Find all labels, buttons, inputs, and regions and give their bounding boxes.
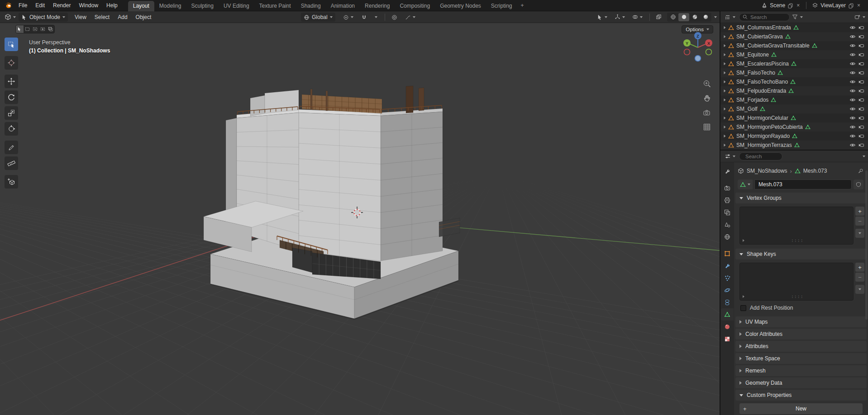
pan-hand-icon[interactable] [701, 93, 712, 104]
tab-world[interactable] [721, 231, 734, 243]
camera-visibility-icon[interactable] [858, 42, 864, 49]
outliner-row[interactable]: SM_FelpudoEntrada [720, 86, 868, 95]
hide-eye-icon[interactable] [849, 133, 856, 139]
hide-eye-icon[interactable] [849, 24, 856, 31]
properties-editor-type-button[interactable] [723, 153, 737, 160]
expand-icon[interactable] [724, 26, 726, 29]
object-name[interactable]: SM_FalsoTecho [736, 70, 775, 76]
axis-x-neg-ball[interactable] [684, 49, 690, 55]
tab-scene[interactable] [721, 218, 734, 231]
object-name[interactable]: SM_Golf [736, 106, 758, 112]
outliner-row[interactable]: SM_HormigonTerrazas [720, 141, 868, 150]
tab-physics[interactable] [721, 284, 734, 296]
expand-icon[interactable] [724, 108, 726, 110]
tab-view-layer[interactable] [721, 206, 734, 218]
tab-material[interactable] [721, 321, 734, 333]
expand-icon[interactable] [724, 99, 726, 101]
shading-rendered-button[interactable] [700, 13, 711, 21]
expand-icon[interactable] [724, 62, 726, 65]
camera-visibility-icon[interactable] [858, 142, 864, 148]
selectability-visibility-dropdown[interactable] [595, 13, 609, 22]
hide-eye-icon[interactable] [849, 61, 856, 67]
object-name[interactable]: SM_Forjados [736, 97, 768, 103]
camera-view-icon[interactable] [701, 107, 712, 118]
camera-visibility-icon[interactable] [858, 124, 864, 130]
scale-tool[interactable] [5, 106, 18, 120]
scene-selector[interactable]: Scene × [759, 2, 803, 9]
expand-icon[interactable] [724, 117, 726, 119]
tab-object[interactable] [721, 247, 734, 259]
filter-options-chevron-icon[interactable] [800, 16, 803, 18]
hide-eye-icon[interactable] [849, 124, 856, 130]
outliner-row[interactable]: SM_FalsoTecho [720, 68, 868, 77]
expand-icon[interactable] [724, 144, 726, 146]
shape-key-specials-button[interactable] [855, 285, 864, 294]
outliner-search-input[interactable] [749, 14, 786, 20]
expand-icon[interactable] [724, 53, 726, 56]
tab-output[interactable] [721, 194, 734, 206]
proportional-falloff-dropdown[interactable] [403, 13, 417, 22]
hide-eye-icon[interactable] [849, 115, 856, 121]
viewport-editor-type-button[interactable] [3, 13, 18, 22]
outliner-row[interactable]: SM_Forjados [720, 95, 868, 104]
transform-tool[interactable] [5, 122, 18, 136]
measure-tool[interactable] [5, 156, 18, 170]
snap-toggle[interactable] [359, 13, 369, 22]
app-menu-item[interactable]: File [14, 0, 31, 11]
axis-z-neg-ball[interactable] [695, 56, 701, 61]
camera-visibility-icon[interactable] [858, 24, 864, 31]
unlink-scene-icon[interactable]: × [796, 2, 801, 9]
hide-eye-icon[interactable] [849, 52, 856, 58]
new-custom-property-button[interactable]: + New [739, 403, 863, 414]
outliner-editor-type-button[interactable] [723, 14, 737, 20]
object-name[interactable]: SM_HormigonRayado [736, 133, 790, 139]
workspace-tab[interactable]: Modeling [154, 1, 186, 11]
hide-eye-icon[interactable] [849, 33, 856, 40]
expand-icon[interactable] [724, 126, 726, 128]
workspace-tab[interactable]: Sculpting [186, 1, 219, 11]
custom-properties-panel-header[interactable]: Custom Properties [735, 390, 867, 401]
snap-settings-dropdown[interactable] [373, 13, 379, 22]
tab-object-data[interactable] [721, 308, 734, 321]
tab-constraints[interactable] [721, 296, 734, 308]
pin-icon[interactable] [858, 168, 863, 174]
outliner-row[interactable]: SM_CubiertaGravaTransitable [720, 41, 868, 50]
add-workspace-button[interactable]: + [517, 0, 528, 10]
remove-shape-key-button[interactable]: − [855, 273, 864, 282]
object-name[interactable]: SM_FelpudoEntrada [736, 88, 786, 94]
outliner-row[interactable]: SM_HormigonPetoCubierta [720, 123, 868, 132]
camera-visibility-icon[interactable] [858, 79, 864, 85]
outliner-options-chevron-icon[interactable] [863, 16, 865, 18]
toggle-ortho-icon[interactable] [701, 122, 712, 132]
add-vertex-group-button[interactable]: + [855, 207, 864, 216]
move-tool[interactable] [5, 75, 18, 88]
tab-tool[interactable] [721, 165, 734, 177]
app-menu-item[interactable]: Help [102, 0, 122, 11]
transform-orientation-dropdown[interactable]: Global [301, 13, 335, 22]
camera-visibility-icon[interactable] [858, 61, 864, 67]
shading-options-chevron-icon[interactable] [714, 16, 717, 18]
add-cube-tool[interactable] [5, 175, 18, 189]
collapsed-panel-header[interactable]: Attributes [735, 341, 867, 352]
expand-icon[interactable] [724, 135, 726, 137]
outliner-row[interactable]: SM_Golf [720, 104, 868, 113]
navigation-gizmo[interactable]: Z X Y [681, 29, 715, 64]
workspace-tab[interactable]: Texture Paint [254, 1, 296, 11]
datablock-name-input[interactable] [758, 181, 849, 188]
workspace-tab[interactable]: Shading [296, 1, 326, 11]
outliner-row[interactable]: SM_HormigonRayado [720, 132, 868, 141]
viewport-menu-item[interactable]: Select [91, 11, 114, 23]
breadcrumb-object-name[interactable]: SM_NoShadows [747, 168, 787, 174]
outliner-search[interactable] [739, 13, 790, 21]
properties-search-input[interactable] [744, 153, 781, 160]
object-name[interactable]: SM_HormigonTerrazas [736, 142, 792, 148]
shape-keys-list[interactable]: :::: [739, 263, 854, 301]
viewport-menu-item[interactable]: Object [132, 11, 156, 23]
blender-logo-icon[interactable] [4, 1, 13, 10]
rotate-tool[interactable] [5, 90, 18, 104]
vertex-groups-list[interactable]: :::: [739, 207, 854, 245]
camera-visibility-icon[interactable] [858, 106, 864, 112]
list-resize-grip[interactable]: :::: [791, 238, 804, 243]
object-name[interactable]: SM_CubiertaGrava [736, 33, 783, 40]
pivot-point-dropdown[interactable] [341, 13, 355, 22]
